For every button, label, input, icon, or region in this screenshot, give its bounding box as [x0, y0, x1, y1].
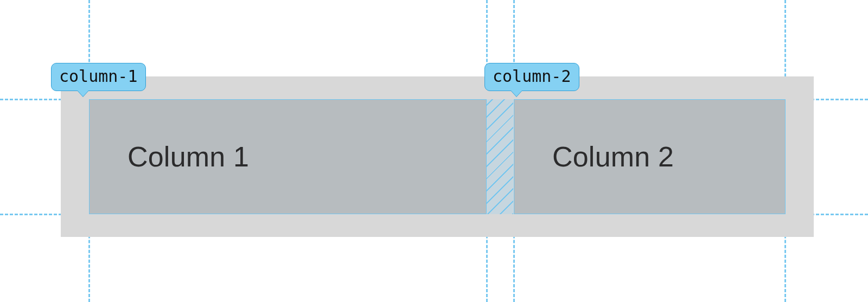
grid-container: Column 1 Column 2 [61, 76, 814, 237]
grid-cell-column-1: Column 1 [89, 99, 487, 214]
grid-line-label-column-2: column-2 [484, 63, 579, 91]
grid-line-label-column-1: column-1 [51, 63, 146, 91]
grid-track-wrapper: Column 1 Column 2 [89, 99, 786, 214]
grid-cell-column-2: Column 2 [514, 99, 786, 214]
grid-line-label-text: column-1 [59, 67, 138, 86]
column-2-text: Column 2 [552, 140, 674, 173]
grid-line-label-text: column-2 [493, 67, 571, 86]
column-1-text: Column 1 [127, 140, 249, 173]
